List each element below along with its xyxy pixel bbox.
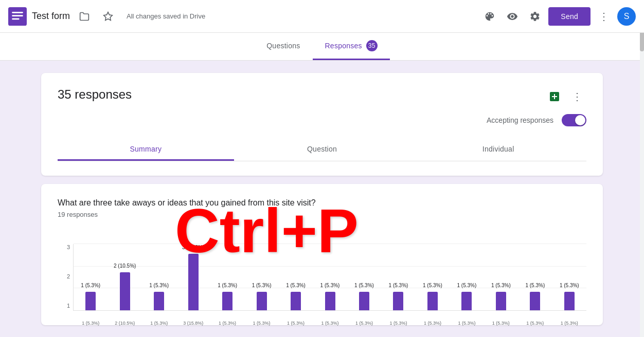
star-button[interactable] (99, 7, 117, 26)
bar-bottom-label: 1 (5.3%) (492, 321, 510, 326)
form-title: Test form (32, 11, 70, 22)
bar-top-label: 1 (5.3%) (149, 283, 169, 288)
bar-bottom-label: 1 (5.3%) (424, 321, 441, 326)
bar-top-label: 1 (5.3%) (491, 283, 511, 288)
palette-button[interactable] (480, 7, 499, 26)
bar-top-label: 1 (5.3%) (354, 283, 374, 288)
chart-bar: 3 (15.8%) (188, 254, 199, 310)
bar-group: 3 (15.8%)3 (15.8%) (176, 244, 210, 310)
responses-count: 35 responses (58, 87, 132, 102)
saved-status: All changes saved in Drive (127, 12, 205, 20)
svg-rect-3 (12, 18, 19, 20)
accepting-toggle[interactable] (562, 114, 586, 126)
bar-group: 1 (5.3%)1 (5.3%) (244, 244, 278, 310)
bar-bottom-label: 1 (5.3%) (561, 321, 578, 326)
bar-top-label: 3 (15.8%) (182, 245, 204, 250)
chart-card: What are three take aways or ideas that … (41, 184, 603, 325)
header-left: Test form All changes saved in Drive (8, 7, 480, 26)
bar-top-label: 1 (5.3%) (457, 283, 476, 288)
bar-group: 1 (5.3%)1 (5.3%) (484, 244, 518, 310)
bar-bottom-label: 1 (5.3%) (82, 321, 99, 326)
chart-bar: 2 (10.5%) (120, 272, 130, 310)
bar-bottom-label: 1 (5.3%) (458, 321, 475, 326)
sub-tab-summary[interactable]: Summary (58, 139, 234, 161)
chart-y-axis: 1 2 3 (58, 244, 73, 311)
y-label-2: 2 (58, 273, 73, 279)
svg-marker-4 (104, 12, 113, 20)
chart-bars-container: 1 (5.3%)1 (5.3%)2 (10.5%)2 (10.5%)1 (5.3… (73, 244, 586, 311)
chart-title: What are three take aways or ideas that … (58, 198, 586, 208)
header: Test form All changes saved in Drive (0, 0, 644, 33)
header-right: Send ⋮ S (480, 7, 636, 26)
chart-bar: 1 (5.3%) (427, 292, 438, 310)
svg-rect-1 (12, 12, 23, 13)
sub-tab-question[interactable]: Question (234, 139, 410, 161)
scrollbar[interactable] (640, 0, 644, 337)
chart-bar: 1 (5.3%) (564, 292, 575, 310)
tab-bar: Questions Responses 35 (0, 33, 644, 61)
y-label-1: 1 (58, 303, 73, 309)
bar-top-label: 1 (5.3%) (286, 283, 306, 288)
chart-bar: 1 (5.3%) (393, 292, 403, 310)
bar-bottom-label: 1 (5.3%) (219, 321, 236, 326)
bar-top-label: 1 (5.3%) (423, 283, 442, 288)
sub-tab-individual[interactable]: Individual (410, 139, 586, 161)
bar-top-label: 1 (5.3%) (81, 283, 100, 288)
chart-bar: 1 (5.3%) (154, 292, 164, 310)
chart-bar: 1 (5.3%) (530, 292, 540, 310)
bar-group: 2 (10.5%)2 (10.5%) (108, 244, 141, 310)
tab-questions[interactable]: Questions (254, 33, 312, 60)
toggle-knob (575, 115, 585, 125)
bar-group: 1 (5.3%)1 (5.3%) (74, 244, 108, 310)
chart-bar: 1 (5.3%) (359, 292, 369, 310)
bar-top-label: 1 (5.3%) (252, 283, 272, 288)
tab-responses[interactable]: Responses 35 (313, 33, 390, 60)
more-options-button[interactable]: ⋮ (595, 7, 613, 26)
bar-bottom-label: 1 (5.3%) (355, 321, 373, 326)
chart-bar: 1 (5.3%) (257, 292, 267, 310)
bar-group: 1 (5.3%)1 (5.3%) (450, 244, 484, 310)
responses-header: 35 responses ⋮ (58, 87, 586, 106)
forms-app-icon (8, 7, 27, 26)
chart-bar: 1 (5.3%) (291, 292, 301, 310)
chart-bar: 1 (5.3%) (85, 292, 96, 310)
card-header-actions: ⋮ (545, 87, 586, 106)
bar-top-label: 1 (5.3%) (218, 283, 237, 288)
bar-top-label: 2 (10.5%) (114, 263, 136, 269)
avatar[interactable]: S (617, 7, 636, 26)
bar-bottom-label: 1 (5.3%) (287, 321, 305, 326)
sub-tabs: Summary Question Individual (58, 139, 586, 161)
bar-group: 1 (5.3%)1 (5.3%) (313, 244, 347, 310)
chart-bar: 1 (5.3%) (461, 292, 472, 310)
add-to-sheets-button[interactable] (545, 87, 564, 106)
bar-group: 1 (5.3%)1 (5.3%) (381, 244, 415, 310)
chart-subtitle: 19 responses (58, 211, 586, 218)
card-more-button[interactable]: ⋮ (568, 87, 586, 106)
bar-bottom-label: 1 (5.3%) (526, 321, 544, 326)
bar-bottom-label: 1 (5.3%) (150, 321, 168, 326)
chart-bar: 1 (5.3%) (325, 292, 335, 310)
chart-bar: 1 (5.3%) (496, 292, 506, 310)
bar-bottom-label: 1 (5.3%) (253, 321, 271, 326)
responses-card: 35 responses ⋮ Accepting responses (41, 73, 603, 176)
folder-button[interactable] (75, 7, 94, 26)
settings-button[interactable] (526, 7, 544, 26)
bar-top-label: 1 (5.3%) (560, 283, 579, 288)
chart-area: 1 2 3 1 (5.3%)1 (5.3%)2 (10.5%)2 (10.5%)… (58, 229, 586, 311)
svg-rect-2 (12, 15, 23, 16)
bar-group: 1 (5.3%)1 (5.3%) (210, 244, 244, 310)
bar-top-label: 1 (5.3%) (389, 283, 408, 288)
bar-group: 1 (5.3%)1 (5.3%) (142, 244, 176, 310)
chart-bar: 1 (5.3%) (222, 292, 232, 310)
y-label-3: 3 (58, 244, 73, 250)
bar-bottom-label: 1 (5.3%) (389, 321, 407, 326)
main-content: 35 responses ⋮ Accepting responses (0, 61, 644, 337)
bar-group: 1 (5.3%)1 (5.3%) (552, 244, 586, 310)
bar-group: 1 (5.3%)1 (5.3%) (347, 244, 381, 310)
send-button[interactable]: Send (548, 7, 591, 26)
bar-bottom-label: 2 (10.5%) (115, 321, 135, 326)
bar-group: 1 (5.3%)1 (5.3%) (518, 244, 552, 310)
bar-bottom-label: 1 (5.3%) (321, 321, 339, 326)
preview-button[interactable] (503, 7, 522, 26)
bar-group: 1 (5.3%)1 (5.3%) (279, 244, 313, 310)
